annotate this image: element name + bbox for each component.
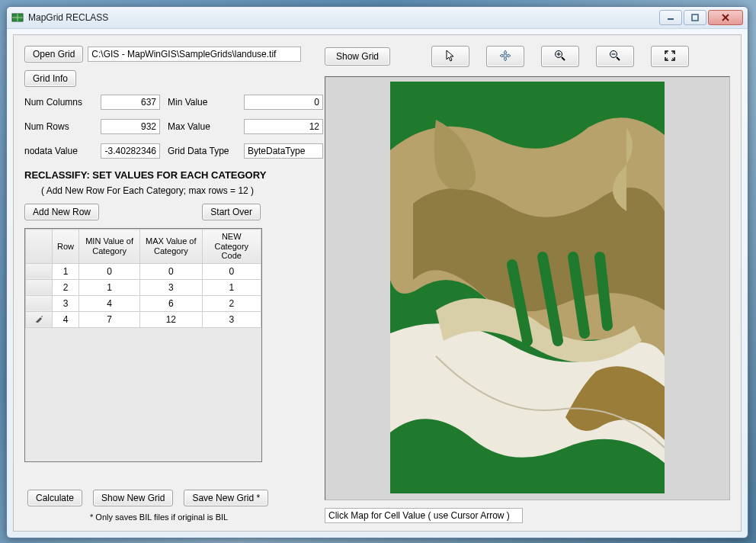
min-value-label: Min Value [168, 97, 236, 108]
col-header-max: MAX Value of Category [140, 230, 202, 264]
table-row[interactable]: 3462 [26, 295, 261, 311]
col-header-code: NEW Category Code [202, 230, 261, 264]
close-button[interactable] [708, 10, 743, 25]
cell-max[interactable]: 3 [140, 279, 202, 295]
cell-code[interactable]: 3 [202, 311, 261, 327]
title-bar[interactable]: MapGrid RECLASS [7, 7, 748, 29]
cell-row[interactable]: 4 [53, 311, 79, 327]
cell-min[interactable]: 4 [79, 295, 140, 311]
row-header-cell [26, 279, 53, 295]
cell-row[interactable]: 3 [53, 295, 79, 311]
cell-min[interactable]: 0 [79, 263, 140, 279]
pan-tool-button[interactable] [486, 46, 524, 67]
grid-info-button[interactable]: Grid Info [24, 70, 76, 87]
num-columns-label: Num Columns [24, 97, 93, 108]
cell-row[interactable]: 1 [53, 263, 79, 279]
reclass-table[interactable]: Row MIN Value of Category MAX Value of C… [24, 228, 262, 462]
client-area: Open Grid Grid Info Num Columns Min Valu… [13, 34, 742, 532]
show-new-grid-button[interactable]: Show New Grid [93, 490, 173, 506]
max-value-label: Max Value [168, 121, 236, 132]
pan-icon [499, 50, 511, 64]
cell-max[interactable]: 12 [140, 311, 202, 327]
reclass-title: RECLASSIFY: SET VALUES FOR EACH CATEGORY [24, 169, 314, 181]
left-pane: Open Grid Grid Info Num Columns Min Valu… [24, 46, 314, 523]
app-icon [11, 11, 24, 24]
map-image [390, 82, 665, 493]
row-header-cell [26, 295, 53, 311]
col-header-min: MIN Value of Category [79, 230, 140, 264]
start-over-button[interactable]: Start Over [202, 204, 261, 220]
nodata-field[interactable] [101, 143, 160, 159]
cell-max[interactable]: 6 [140, 295, 202, 311]
svg-line-9 [562, 57, 565, 60]
num-rows-label: Num Rows [24, 121, 93, 132]
save-footnote: * Only saves BIL files if original is BI… [90, 512, 228, 522]
table-row[interactable]: 2131 [26, 279, 261, 295]
cursor-arrow-icon [444, 50, 456, 64]
window-title: MapGrid RECLASS [28, 12, 108, 23]
app-window: MapGrid RECLASS Open Grid Grid Info Num … [6, 6, 748, 538]
calculate-button[interactable]: Calculate [27, 490, 82, 506]
cell-max[interactable]: 0 [140, 263, 202, 279]
max-value-field[interactable] [244, 119, 323, 134]
cell-code[interactable]: 1 [202, 279, 261, 295]
table-row[interactable]: 1000 [26, 263, 261, 279]
svg-rect-5 [692, 14, 698, 21]
data-type-label: Grid Data Type [168, 146, 236, 156]
num-rows-field[interactable] [101, 119, 160, 134]
cell-code[interactable]: 0 [202, 263, 261, 279]
reclass-subtitle: ( Add New Row For Each Category; max row… [41, 185, 314, 196]
zoom-extents-tool-button[interactable] [651, 46, 689, 67]
svg-line-13 [617, 57, 620, 60]
maximize-button[interactable] [684, 10, 706, 25]
cursor-tool-button[interactable] [431, 46, 469, 67]
min-value-field[interactable] [244, 95, 323, 110]
num-columns-field[interactable] [101, 95, 160, 110]
show-grid-button[interactable]: Show Grid [325, 47, 390, 66]
zoom-in-tool-button[interactable] [541, 46, 579, 67]
minimize-button[interactable] [659, 10, 682, 25]
nodata-label: nodata Value [24, 146, 93, 156]
save-new-grid-button[interactable]: Save New Grid * [184, 490, 268, 506]
cell-row[interactable]: 2 [53, 279, 79, 295]
right-pane: Show Grid [325, 46, 730, 523]
row-header-corner [26, 230, 53, 264]
col-header-row: Row [53, 230, 79, 264]
row-header-cell [26, 263, 53, 279]
cell-code[interactable]: 2 [202, 295, 261, 311]
cell-min[interactable]: 7 [79, 311, 140, 327]
cell-min[interactable]: 1 [79, 279, 140, 295]
grid-path-input[interactable] [88, 47, 301, 62]
cell-value-hint[interactable] [325, 508, 523, 523]
table-row[interactable]: 47123 [26, 311, 261, 327]
zoom-out-icon [609, 50, 621, 64]
data-type-field[interactable] [244, 143, 323, 159]
add-new-row-button[interactable]: Add New Row [24, 204, 99, 220]
zoom-out-tool-button[interactable] [596, 46, 634, 67]
row-header-cell [26, 311, 53, 327]
zoom-extents-icon [664, 50, 676, 64]
map-viewport[interactable] [325, 76, 730, 500]
zoom-in-icon [554, 50, 566, 64]
open-grid-button[interactable]: Open Grid [24, 46, 83, 63]
